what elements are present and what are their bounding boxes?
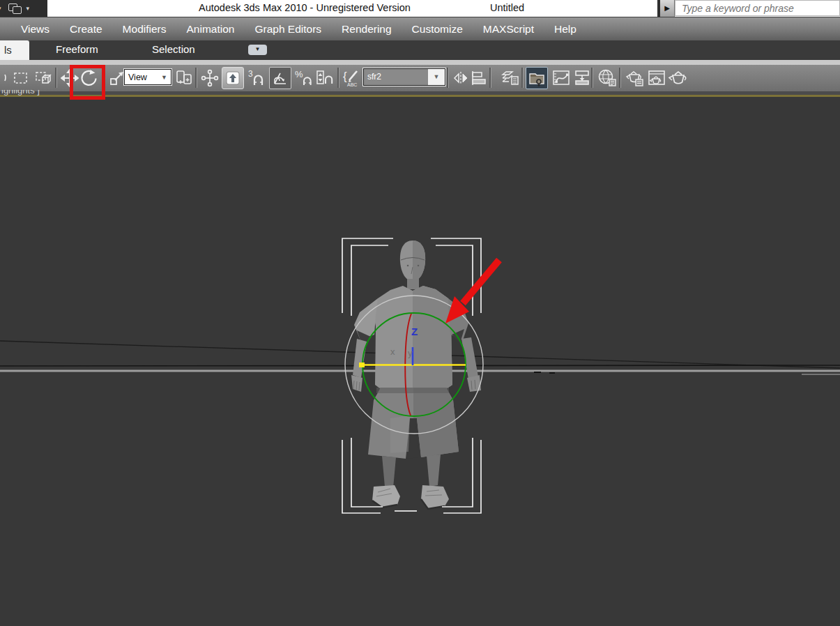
infocenter-expand-button[interactable]: ▶ <box>660 0 675 17</box>
svg-text:ABC: ABC <box>347 82 357 87</box>
viewport-label-fragment-wrap: ighlights ] <box>1 90 50 98</box>
viewport-label-fragment[interactable]: ighlights ] <box>1 90 50 96</box>
edit-named-selection-sets-button[interactable]: { ABC <box>340 67 362 89</box>
infocenter-search <box>675 0 840 16</box>
window-crossing-toggle[interactable] <box>32 67 54 89</box>
window-title: Autodesk 3ds Max 2010 - Unregistered Ver… <box>199 2 411 13</box>
angle-snap-toggle[interactable] <box>269 67 291 89</box>
curve-editor-button[interactable] <box>550 67 572 89</box>
select-and-manipulate-button[interactable] <box>199 67 221 89</box>
perspective-viewport[interactable] <box>0 97 840 626</box>
ribbon-bottom-strip <box>0 60 840 65</box>
rendered-frame-window-button[interactable] <box>646 67 668 89</box>
spinner-snap-toggle[interactable] <box>314 67 336 89</box>
named-selection-sets-combo[interactable]: sfr2 ▼ <box>363 68 445 86</box>
percent-snap-toggle[interactable]: % <box>293 67 315 89</box>
reference-coordinate-system-dropdown[interactable]: View ▼ <box>124 69 171 85</box>
toolbar-separator <box>195 68 197 88</box>
coordinate-system-value: View <box>125 72 161 82</box>
material-editor-button[interactable] <box>596 67 618 89</box>
main-toolbar: View ▼ 3 <box>0 65 840 91</box>
svg-text:3: 3 <box>248 69 253 79</box>
rotate-tool-highlight <box>70 65 105 100</box>
quick-access-toolbar: ▾ ▾ <box>0 0 47 17</box>
menu-modifiers[interactable]: Modifiers <box>123 23 167 36</box>
redo-dropdown-icon[interactable]: ▾ <box>26 0 30 17</box>
menu-graph-editors[interactable]: Graph Editors <box>254 23 321 36</box>
menu-bar: Views Create Modifiers Animation Graph E… <box>0 17 840 40</box>
menu-help[interactable]: Help <box>554 23 576 36</box>
snaps-toggle-button[interactable]: 3 <box>245 67 268 89</box>
menu-create[interactable]: Create <box>70 23 102 36</box>
workspace-icon[interactable] <box>8 3 22 14</box>
menu-maxscript[interactable]: MAXScript <box>483 23 534 36</box>
toolbar-separator <box>521 68 524 88</box>
menu-views[interactable]: Views <box>21 23 49 36</box>
tab-freeform[interactable]: Freeform <box>56 43 98 55</box>
chevron-down-icon: ▼ <box>428 69 445 85</box>
svg-text:%: % <box>295 69 303 79</box>
toolbar-separator <box>337 68 339 88</box>
use-pivot-point-center-button[interactable] <box>173 67 195 89</box>
keyboard-shortcut-override-toggle[interactable] <box>222 67 244 89</box>
select-object-button[interactable] <box>0 67 10 89</box>
menu-animation[interactable]: Animation <box>187 23 235 36</box>
tab-selection[interactable]: Selection <box>152 43 195 55</box>
render-setup-button[interactable] <box>624 67 646 89</box>
search-input[interactable] <box>675 1 839 15</box>
app-window: ▾ ▾ Autodesk 3ds Max 2010 - Unregistered… <box>0 0 840 626</box>
ribbon-minimize-button[interactable]: ▼ <box>248 45 267 55</box>
title-bar: ▾ ▾ Autodesk 3ds Max 2010 - Unregistered… <box>0 0 840 17</box>
toolbar-separator <box>447 68 449 88</box>
svg-text:{: { <box>343 70 347 83</box>
menu-customize[interactable]: Customize <box>412 23 463 36</box>
named-selection-set-value: sfr2 <box>364 69 428 85</box>
toolbar-separator <box>619 68 621 88</box>
graphite-modeling-tools-toggle[interactable] <box>526 67 548 89</box>
align-button[interactable] <box>468 67 490 89</box>
undo-dropdown-icon[interactable]: ▾ <box>0 0 1 17</box>
layer-manager-button[interactable] <box>499 67 521 89</box>
menu-rendering[interactable]: Rendering <box>342 23 392 36</box>
selection-region-button[interactable] <box>10 67 32 89</box>
toolbar-separator <box>55 68 57 88</box>
document-name: Untitled <box>490 2 524 13</box>
toolbar-separator <box>591 68 593 88</box>
tab-tools-fragment[interactable]: ls <box>0 40 29 60</box>
toolbar-separator <box>489 68 491 88</box>
chevron-down-icon: ▼ <box>161 74 171 81</box>
ribbon-tab-row: ls Freeform Selection ▼ <box>0 40 840 60</box>
schematic-view-button[interactable] <box>571 67 593 89</box>
render-production-button[interactable] <box>667 67 689 89</box>
